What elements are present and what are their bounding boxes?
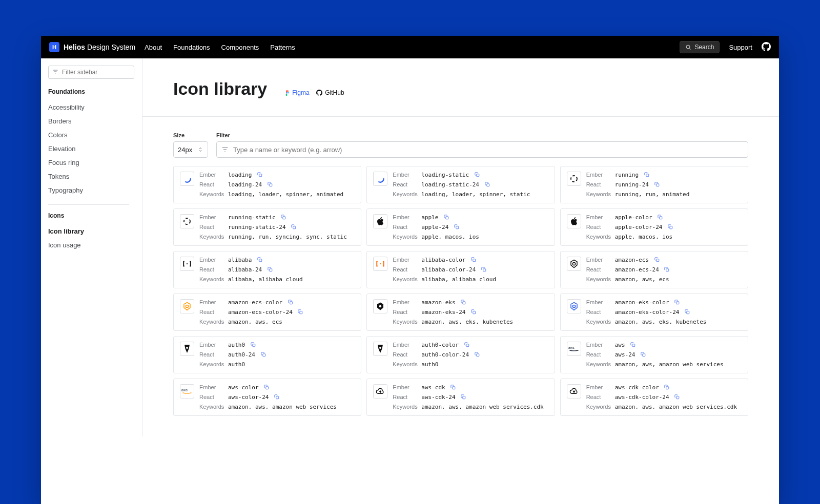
- ember-name: running-static: [228, 214, 355, 221]
- nav-components[interactable]: Components: [221, 44, 259, 51]
- nav-patterns[interactable]: Patterns: [270, 44, 295, 51]
- copy-button[interactable]: [444, 214, 449, 221]
- github-icon: [762, 42, 771, 51]
- page-header: Icon library Figma GitHub: [142, 58, 779, 117]
- github-source-link[interactable]: GitHub: [316, 89, 344, 96]
- copy-button[interactable]: [644, 172, 649, 178]
- sidebar-item-tokens[interactable]: Tokens: [48, 170, 137, 183]
- copy-button[interactable]: [481, 266, 486, 273]
- github-link-label: GitHub: [325, 89, 344, 96]
- react-name: running-24: [615, 181, 742, 188]
- copy-button[interactable]: [454, 224, 459, 230]
- row-label-keywords: Keywords: [199, 191, 228, 198]
- sidebar-filter-input[interactable]: [48, 66, 134, 79]
- nav-foundations[interactable]: Foundations: [173, 44, 210, 51]
- row-label-react: React: [199, 266, 228, 273]
- nav-about[interactable]: About: [145, 44, 162, 51]
- svg-point-0: [686, 45, 690, 49]
- copy-button[interactable]: [461, 299, 466, 306]
- copy-button[interactable]: [475, 172, 480, 178]
- react-name: apple-color-24: [615, 224, 742, 230]
- icon-thumbnail: [567, 257, 581, 271]
- copy-button[interactable]: [461, 394, 466, 401]
- copy-button[interactable]: [291, 224, 296, 230]
- support-link[interactable]: Support: [729, 44, 752, 51]
- keywords: amazon, aws, ecs: [228, 319, 355, 325]
- copy-button[interactable]: [654, 257, 660, 263]
- copy-button[interactable]: [674, 299, 680, 306]
- brand-name-strong: Helios: [64, 43, 85, 51]
- sidebar-item-focus-ring[interactable]: Focus ring: [48, 156, 137, 170]
- svg-point-33: [572, 305, 575, 307]
- copy-button[interactable]: [664, 384, 669, 391]
- icon-thumbnail: [180, 172, 194, 186]
- row-label-ember: Ember: [199, 214, 228, 221]
- copy-button[interactable]: [475, 351, 480, 358]
- keywords: apple, macos, ios: [615, 234, 742, 240]
- row-label-keywords: Keywords: [393, 404, 421, 410]
- copy-button[interactable]: [668, 224, 673, 230]
- sidebar-item-icon-usage[interactable]: Icon usage: [48, 238, 137, 252]
- copy-button[interactable]: [654, 181, 660, 188]
- ember-name: apple-color: [615, 214, 742, 221]
- icon-thumbnail: [567, 172, 581, 186]
- brand-logo-icon: H: [49, 42, 59, 52]
- copy-button[interactable]: [641, 351, 646, 358]
- icon-card: Emberamazon-eks Reactamazon-eks-24 Keywo…: [366, 293, 555, 331]
- copy-button[interactable]: [464, 342, 469, 348]
- copy-button[interactable]: [268, 181, 273, 188]
- copy-button[interactable]: [685, 309, 690, 316]
- size-select[interactable]: 24px: [173, 141, 208, 158]
- svg-point-8: [571, 176, 577, 182]
- copy-button[interactable]: [658, 214, 663, 221]
- svg-rect-10: [656, 184, 659, 186]
- sidebar-item-colors[interactable]: Colors: [48, 128, 137, 142]
- copy-button[interactable]: [268, 266, 273, 273]
- sidebar-item-typography[interactable]: Typography: [48, 183, 137, 197]
- sidebar-item-icon-library[interactable]: Icon library: [48, 224, 137, 238]
- search-button[interactable]: Search: [680, 41, 720, 53]
- ember-name: aws-cdk-color: [615, 384, 742, 391]
- copy-button[interactable]: [261, 351, 266, 358]
- copy-button[interactable]: [664, 266, 669, 273]
- svg-point-18: [187, 263, 188, 264]
- copy-button[interactable]: [274, 394, 279, 401]
- copy-button[interactable]: [251, 342, 256, 348]
- copy-button[interactable]: [264, 384, 269, 391]
- sidebar-item-accessibility[interactable]: Accessibility: [48, 100, 137, 114]
- copy-button[interactable]: [450, 384, 456, 391]
- ember-name: aws-cdk: [421, 384, 548, 391]
- row-label-keywords: Keywords: [586, 234, 615, 240]
- copy-button[interactable]: [674, 394, 680, 401]
- copy-button[interactable]: [281, 214, 286, 221]
- copy-button[interactable]: [288, 299, 293, 306]
- copy-button[interactable]: [471, 257, 476, 263]
- copy-button[interactable]: [630, 342, 636, 348]
- svg-rect-35: [687, 311, 689, 314]
- figma-link[interactable]: Figma: [284, 89, 311, 96]
- brand[interactable]: H Helios Design System: [49, 42, 145, 52]
- icon-card: awsEmberaws-color Reactaws-color-24 Keyw…: [173, 379, 361, 416]
- row-label-ember: Ember: [586, 172, 615, 178]
- svg-rect-41: [476, 354, 479, 356]
- sidebar-item-elevation[interactable]: Elevation: [48, 142, 137, 156]
- svg-rect-3: [259, 174, 262, 177]
- copy-button[interactable]: [257, 172, 262, 178]
- row-label-ember: Ember: [586, 384, 615, 391]
- icon-thumbnail: [373, 299, 387, 313]
- copy-button[interactable]: [257, 257, 262, 263]
- keywords: alibaba, alibaba cloud: [421, 276, 548, 283]
- copy-button[interactable]: [471, 309, 476, 316]
- row-label-keywords: Keywords: [199, 404, 228, 410]
- row-label-ember: Ember: [393, 214, 421, 221]
- row-label-keywords: Keywords: [393, 319, 421, 325]
- brand-name-rest: Design System: [87, 43, 135, 51]
- row-label-react: React: [586, 181, 615, 188]
- icon-filter-input[interactable]: [216, 141, 748, 158]
- github-link[interactable]: [762, 42, 771, 53]
- sidebar-item-borders[interactable]: Borders: [48, 114, 137, 128]
- keywords: amazon, aws, eks, kubenetes: [421, 319, 548, 325]
- keywords: auth0: [228, 361, 355, 368]
- copy-button[interactable]: [485, 181, 490, 188]
- copy-button[interactable]: [298, 309, 303, 316]
